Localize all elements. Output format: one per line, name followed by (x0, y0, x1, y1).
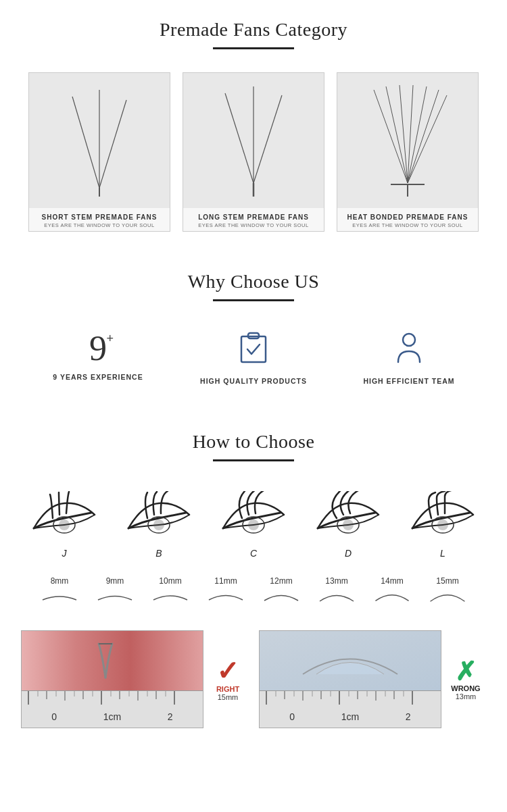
long-stem-svg (206, 83, 301, 198)
person-icon (394, 331, 424, 365)
right-sublabel: 15mm (218, 693, 239, 701)
section-premade-fans: Premade Fans Category SHORT STEM PREMADE (0, 0, 507, 252)
left-ruler-top (22, 631, 203, 690)
curl-eye-J-svg (27, 491, 101, 545)
product-card-long-stem: LONG STEM PREMADE FANS EYES ARE THE WIND… (183, 72, 324, 232)
curl-label-J: J (62, 548, 67, 559)
right-badge-correct: ✓ RIGHT 15mm (208, 658, 248, 701)
product-subtitle-short-stem: EYES ARE THE WINDOW TO YOUR SOUL (42, 222, 158, 228)
section-measurement: 0 1cm 2 (0, 617, 507, 748)
why-card-experience: 9+ 9 YEARS EXPERIENCE (30, 331, 166, 385)
mm-label-15: 15mm (436, 576, 458, 586)
curl-eye-D-svg (311, 491, 385, 545)
product-image-short-stem (29, 73, 170, 208)
mm-label-8: 8mm (51, 576, 69, 586)
product-label-short-stem: SHORT STEM PREMADE FANS EYES ARE THE WIN… (38, 208, 162, 231)
product-image-long-stem (183, 73, 324, 208)
mm-item-10: 10mm (143, 576, 198, 603)
left-ruler: 0 1cm 2 (21, 630, 203, 728)
curl-item-D: D (311, 491, 385, 559)
mm-curve-13-svg (316, 590, 357, 603)
why-cards-container: 9+ 9 YEARS EXPERIENCE HIGH QUALITY PRODU… (0, 318, 507, 405)
team-label: HIGH EFFICIENT TEAM (363, 377, 454, 385)
mm-label-13: 13mm (325, 576, 347, 586)
svg-line-0 (72, 97, 99, 188)
right-label: RIGHT (216, 685, 239, 693)
mm-curve-10-svg (150, 590, 191, 603)
mm-curve-11-svg (206, 590, 246, 603)
right-measurement-group: 0 1cm 2 (259, 630, 486, 728)
wrong-sublabel: 13mm (456, 692, 477, 701)
section-why-choose-us: Why Choose US 9+ 9 YEARS EXPERIENCE (0, 252, 507, 412)
svg-point-25 (248, 519, 259, 530)
mm-label-14: 14mm (381, 576, 403, 586)
quality-icon (239, 331, 268, 370)
section2-title: Why Choose US (0, 252, 507, 299)
mm-label-12: 12mm (270, 576, 292, 586)
mm-item-14: 14mm (364, 576, 420, 603)
product-cards-container: SHORT STEM PREMADE FANS EYES ARE THE WIN… (0, 66, 507, 252)
x-symbol: ✗ (455, 659, 477, 684)
left-ruler-ticks-svg (22, 691, 203, 715)
experience-icon: 9+ (89, 331, 107, 366)
section3-title: How to Choose (0, 412, 507, 459)
mm-sizes-row: 8mm 9mm 10mm 11mm 12mm (0, 565, 507, 603)
experience-number: 9 (89, 329, 107, 367)
svg-line-14 (408, 95, 447, 183)
svg-point-21 (59, 519, 70, 530)
mm-curve-9-svg (95, 590, 135, 603)
mm-label-10: 10mm (159, 576, 181, 586)
left-measurement-group: 0 1cm 2 (21, 630, 248, 728)
product-subtitle-long-stem: EYES ARE THE WINDOW TO YOUR SOUL (198, 222, 309, 228)
mm-curve-14-svg (372, 590, 412, 603)
heat-bonded-svg (360, 83, 455, 198)
mm-item-11: 11mm (198, 576, 254, 603)
curl-item-L: L (406, 491, 480, 559)
mm-label-11: 11mm (214, 576, 237, 586)
curl-label-D: D (345, 548, 352, 559)
mm-curve-12-svg (261, 590, 301, 603)
right-ruler: 0 1cm 2 (259, 630, 441, 728)
svg-line-4 (225, 93, 254, 183)
experience-label: 9 YEARS EXPERIENCE (53, 373, 143, 381)
svg-line-6 (254, 95, 282, 183)
product-title-heat-bonded: HEAT BONDED PREMADE FANS (347, 213, 468, 221)
left-ruler-bottom: 0 1cm 2 (22, 690, 203, 728)
curl-eye-L-svg (406, 491, 480, 545)
svg-line-10 (400, 85, 408, 183)
section3-divider (213, 459, 294, 461)
curl-label-C: C (250, 548, 257, 559)
why-card-team: HIGH EFFICIENT TEAM (341, 331, 477, 385)
section-how-to-choose: How to Choose J (0, 412, 507, 617)
svg-point-23 (153, 519, 164, 530)
mm-curve-8-svg (39, 590, 80, 603)
quality-label: HIGH QUALITY PRODUCTS (200, 377, 307, 385)
curl-label-B: B (155, 548, 162, 559)
svg-point-29 (437, 519, 448, 530)
svg-point-19 (403, 334, 415, 346)
svg-line-8 (374, 90, 408, 183)
section1-divider (213, 47, 294, 49)
right-ruler-ticks-svg (260, 691, 441, 715)
wrong-badge: ✗ WRONG 13mm (445, 659, 486, 701)
right-ruler-bottom: 0 1cm 2 (260, 690, 441, 728)
mm-curve-15-svg (427, 590, 468, 603)
curl-item-B: B (122, 491, 196, 559)
mm-item-12: 12mm (254, 576, 309, 603)
mm-item-15: 15mm (420, 576, 475, 603)
curl-item-J: J (27, 491, 101, 559)
team-icon (394, 331, 424, 370)
product-subtitle-heat-bonded: EYES ARE THE WINDOW TO YOUR SOUL (347, 222, 468, 228)
mm-item-8: 8mm (32, 576, 87, 603)
wrong-label: WRONG (451, 684, 480, 692)
curl-item-C: C (216, 491, 291, 559)
product-label-long-stem: LONG STEM PREMADE FANS EYES ARE THE WIND… (194, 208, 313, 231)
product-title-long-stem: LONG STEM PREMADE FANS (198, 213, 309, 221)
svg-point-27 (343, 519, 354, 530)
curl-eye-B-svg (122, 491, 196, 545)
section2-divider (213, 299, 294, 301)
tweezer-svg (85, 640, 139, 681)
product-label-heat-bonded: HEAT BONDED PREMADE FANS EYES ARE THE WI… (343, 208, 473, 231)
short-stem-svg (52, 83, 147, 198)
right-ruler-top (260, 631, 441, 690)
